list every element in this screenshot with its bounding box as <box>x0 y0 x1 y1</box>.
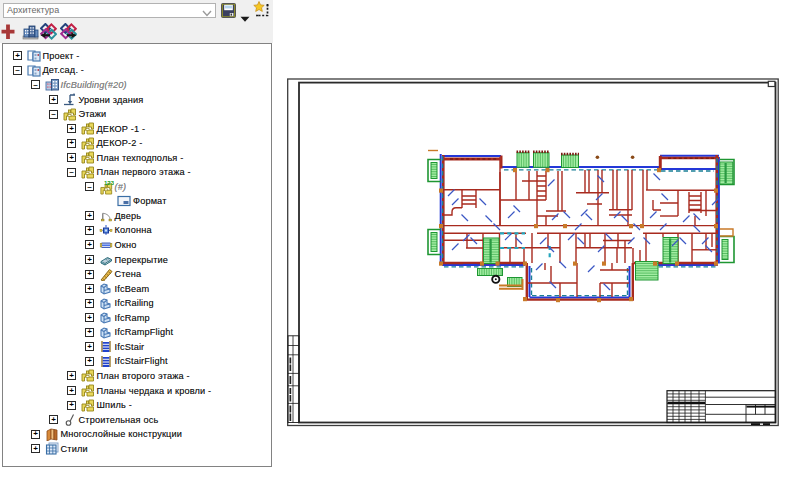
svg-text:123: 123 <box>103 179 113 186</box>
